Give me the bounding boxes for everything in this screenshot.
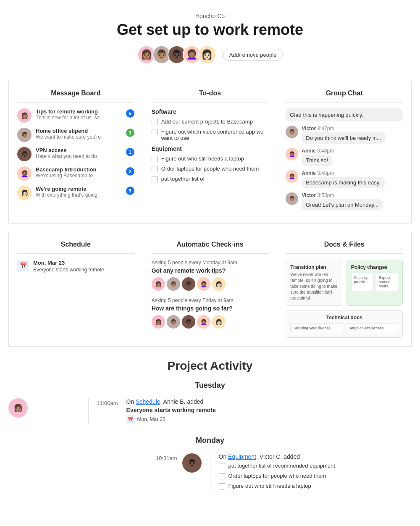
msg-title: Tips for remote working bbox=[36, 108, 122, 115]
checkin-asking: Asking 5 people every Monday at 9am. bbox=[152, 260, 269, 266]
activity-avatar: 👩🏽 bbox=[8, 398, 28, 418]
chat-avatar: 👩🏽‍🦱 bbox=[286, 148, 298, 160]
todo-label: Add our current projects to Basecamp bbox=[161, 118, 253, 125]
add-remove-people-button[interactable]: Add/remove people bbox=[223, 49, 283, 61]
schedule-panel: Schedule 📅Mon, Mar 23Everyone starts wor… bbox=[9, 232, 143, 347]
project-activity-section: Project Activity Tuesday👩🏽11:00amOn Sche… bbox=[0, 347, 420, 512]
activity-day-label: Tuesday bbox=[8, 381, 412, 390]
todo-label: Order laptops for people who need them bbox=[161, 166, 259, 172]
docs-grid: Transition planWe've never worked remote… bbox=[286, 260, 403, 338]
todo-checkbox[interactable] bbox=[152, 166, 158, 172]
message-board-item[interactable]: 👩🏽Tips for remote workingThis is new for… bbox=[17, 108, 134, 123]
chat-item: 👨🏽Victor 3:50pmGreat! Let's plan on Mond… bbox=[286, 192, 403, 210]
todos-list: SoftwareAdd our current projects to Base… bbox=[152, 108, 269, 182]
docs-files-title: Docs & Files bbox=[286, 241, 403, 254]
activity-event-title: Everyone starts working remote bbox=[126, 407, 412, 413]
checkin-avatar: 👩🏽 bbox=[152, 315, 165, 329]
checkin-question: How are things going so far? bbox=[152, 305, 269, 312]
checkin-avatars: 👩🏽👨🏽👨🏿👩🏽‍🦱👩🏻 bbox=[152, 315, 269, 329]
automatic-checkins-panel: Automatic Check-ins Asking 5 people ever… bbox=[143, 232, 278, 347]
todo-checkbox[interactable] bbox=[152, 156, 158, 162]
doc-card-policy-changes[interactable]: Policy changesSecurity practic...Expect.… bbox=[346, 260, 403, 306]
msg-badge: 5 bbox=[126, 109, 134, 118]
activity-day-label: Monday bbox=[8, 436, 412, 445]
todo-checkbox[interactable] bbox=[152, 129, 158, 135]
message-board-item[interactable]: 👨🏿VPN accessHere's what you need to do1 bbox=[17, 147, 134, 161]
doc-sub-item: Securing your devices bbox=[290, 323, 343, 333]
todo-checkbox[interactable] bbox=[152, 119, 158, 125]
header-title: Get set up to work remote bbox=[8, 21, 412, 39]
activity-schedule-tag: 📅Mon, Mar 23 bbox=[126, 415, 412, 423]
todo-checkbox[interactable] bbox=[219, 473, 225, 479]
docs-files-panel: Docs & Files Transition planWe've never … bbox=[277, 232, 412, 347]
msg-badge: 2 bbox=[126, 167, 134, 176]
todo-item: Figure out which video conference app we… bbox=[152, 129, 269, 141]
msg-preview: We want to make sure you're bbox=[36, 134, 122, 140]
message-board-item[interactable]: 👨🏽Home office stipendWe want to make sur… bbox=[17, 128, 134, 142]
todo-label: put together list of recommended equipme… bbox=[228, 463, 335, 469]
message-board-item[interactable]: 👩🏽‍🦱Basecamp IntroductionWe're using Bas… bbox=[17, 166, 134, 181]
checkin-avatar: 👩🏽‍🦱 bbox=[197, 277, 210, 291]
msg-avatar: 👨🏽 bbox=[17, 128, 32, 142]
checkin-avatar: 👩🏻 bbox=[212, 277, 226, 291]
doc-text: We've never worked remote, so it's going… bbox=[290, 272, 337, 301]
todo-section-title: Software bbox=[152, 108, 269, 115]
todo-label: Figure out which video conference app we… bbox=[161, 129, 269, 141]
chat-item: Glad this is happening quickly. bbox=[286, 108, 403, 121]
schedule-title: Schedule bbox=[17, 241, 134, 254]
chat-bubble: Great! Let's plan on Monday... bbox=[302, 199, 383, 210]
chat-name-time: Victor 3:47pm bbox=[302, 126, 403, 132]
doc-card-transition-plan[interactable]: Transition planWe've never worked remote… bbox=[286, 260, 342, 306]
message-board-list: 👩🏽Tips for remote workingThis is new for… bbox=[17, 108, 134, 200]
msg-title: We're going remote bbox=[36, 186, 122, 192]
checkin-avatar: 👩🏽‍🦱 bbox=[197, 315, 210, 329]
chat-bubble: Basecamp is making this easy. bbox=[302, 177, 385, 188]
checkin-block: Asking 5 people every Monday at 9am.Got … bbox=[152, 260, 269, 291]
checkin-avatar: 👩🏽 bbox=[152, 277, 165, 291]
msg-avatar: 👩🏽‍🦱 bbox=[17, 166, 32, 181]
todos-panel: To-dos SoftwareAdd our current projects … bbox=[143, 81, 278, 224]
activity-days-container: Tuesday👩🏽11:00amOn Schedule, Annie B. ad… bbox=[8, 381, 412, 493]
msg-title: VPN access bbox=[36, 147, 122, 153]
message-board-panel: Message Board 👩🏽Tips for remote workingT… bbox=[9, 81, 143, 224]
todo-label: Figure out who still needs a laptop bbox=[228, 483, 311, 489]
checkin-avatar: 👨🏽 bbox=[167, 277, 180, 291]
todo-item: put together list of bbox=[152, 176, 269, 182]
todo-checkbox[interactable] bbox=[219, 483, 225, 489]
activity-tag-text: Mon, Mar 23 bbox=[137, 416, 165, 422]
chat-item: 👨🏽Victor 3:47pmDo you think we'll be rea… bbox=[286, 126, 403, 144]
todo-checkbox[interactable] bbox=[152, 176, 158, 182]
msg-avatar: 👩🏽 bbox=[17, 108, 32, 123]
todo-checkbox[interactable] bbox=[219, 463, 225, 469]
checkin-block: Asking 5 people every Friday at 9am.How … bbox=[152, 297, 269, 329]
activity-link[interactable]: Equipment bbox=[228, 453, 256, 460]
project-activity-title: Project Activity bbox=[8, 359, 412, 373]
todos-title: To-dos bbox=[152, 89, 269, 103]
chat-bubble: Glad this is happening quickly. bbox=[286, 108, 403, 121]
bottom-grid: Schedule 📅Mon, Mar 23Everyone starts wor… bbox=[8, 232, 412, 347]
doc-title: Technical docs bbox=[290, 315, 398, 321]
doc-title: Policy changes bbox=[351, 264, 398, 270]
message-board-title: Message Board bbox=[17, 89, 134, 103]
message-board-item[interactable]: 👩🏻We're going remoteWith everything that… bbox=[17, 186, 134, 200]
msg-avatar: 👨🏿 bbox=[17, 147, 32, 161]
calendar-icon: 📅 bbox=[126, 415, 135, 423]
checkin-avatar: 👩🏻 bbox=[212, 315, 226, 329]
doc-card-technical-docs[interactable]: Technical docsSecuring your devicesSetup… bbox=[286, 310, 403, 338]
msg-badge: 9 bbox=[126, 187, 134, 195]
msg-title: Basecamp Introduction bbox=[36, 166, 122, 173]
doc-title: Transition plan bbox=[290, 264, 337, 270]
chat-bubble: Think so! bbox=[302, 155, 332, 166]
group-chat-panel: Group Chat Glad this is happening quickl… bbox=[277, 81, 412, 224]
msg-avatar: 👩🏻 bbox=[17, 186, 32, 200]
activity-link[interactable]: Schedule bbox=[136, 398, 160, 405]
activity-todo-item: put together list of recommended equipme… bbox=[219, 463, 412, 469]
header-avatar-group: 👩🏽👨🏽👨🏿👩🏽‍🦱👩🏻 bbox=[137, 45, 216, 64]
chat-item: 👩🏽‍🦱Annie 3:48pmThink so! bbox=[286, 148, 403, 166]
activity-heading: On Equipment, Victor C. added bbox=[219, 453, 412, 460]
todo-section-title: Equipment bbox=[152, 145, 269, 152]
header-avatar-4: 👩🏻 bbox=[198, 45, 216, 64]
checkin-avatar: 👨🏿 bbox=[182, 315, 195, 329]
activity-timeline: 👩🏽11:00amOn Schedule, Annie B. addedEver… bbox=[8, 398, 412, 423]
doc-sub-item: Security practic... bbox=[351, 273, 373, 291]
